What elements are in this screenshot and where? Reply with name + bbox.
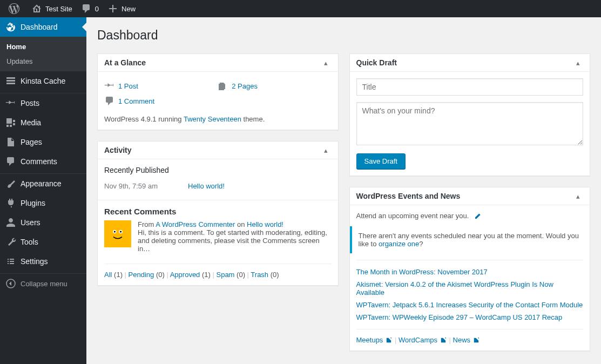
new-content-text: New	[121, 5, 136, 13]
comment-post-link[interactable]: Hello world!	[247, 220, 283, 228]
edit-icon[interactable]	[473, 212, 482, 221]
site-name-text: Test Site	[45, 5, 72, 13]
no-events-notice: There aren't any events scheduled near y…	[350, 226, 590, 253]
collapse-icon	[5, 278, 16, 289]
quick-draft-title: Quick Draft	[356, 58, 397, 67]
external-icon	[440, 336, 447, 344]
wordcamps-link[interactable]: WordCamps	[399, 336, 437, 344]
wrench-icon	[5, 237, 16, 247]
menu-dashboard[interactable]: Dashboard	[0, 17, 86, 37]
menu-users[interactable]: Users	[0, 213, 86, 232]
filter-spam[interactable]: Spam	[216, 271, 234, 279]
commenter-avatar	[104, 220, 131, 247]
comment-meta: From A WordPress Commenter on Hello worl…	[138, 220, 332, 228]
pages-icon	[5, 137, 16, 147]
svg-point-5	[120, 231, 121, 232]
glance-comments-link[interactable]: 1 Comment	[118, 97, 154, 105]
kinsta-icon	[5, 76, 16, 86]
events-title: WordPress Events and News	[356, 192, 461, 200]
user-icon	[5, 217, 16, 228]
at-a-glance-widget: At a Glance ▴ 1 Post 2 Pages	[97, 53, 339, 130]
external-icon	[472, 336, 480, 344]
recent-comments-heading: Recent Comments	[104, 207, 332, 216]
pin-icon	[104, 80, 115, 91]
menu-comments[interactable]: Comments	[0, 152, 86, 171]
brush-icon	[5, 178, 16, 189]
quick-draft-widget: Quick Draft ▴ Save Draft	[349, 53, 591, 176]
comment-author-link[interactable]: A WordPress Commenter	[156, 220, 235, 228]
plugin-icon	[5, 198, 16, 208]
organize-link[interactable]: organize one	[379, 240, 419, 248]
meetups-link[interactable]: Meetups	[356, 336, 383, 344]
menu-pages[interactable]: Pages	[0, 132, 86, 152]
activity-widget: Activity ▴ Recently Published Nov 9th, 7…	[97, 141, 339, 286]
glance-posts-link[interactable]: 1 Post	[118, 82, 138, 90]
pages-icon	[218, 80, 228, 91]
events-toggle[interactable]: ▴	[572, 192, 583, 200]
events-news-widget: WordPress Events and News ▴ Attend an up…	[349, 187, 591, 351]
dashboard-icon	[5, 22, 16, 32]
svg-point-4	[114, 231, 116, 232]
comment-icon	[104, 96, 115, 106]
site-name-link[interactable]: Test Site	[27, 0, 77, 17]
activity-title: Activity	[104, 146, 132, 154]
events-intro: Attend an upcoming event near you.	[356, 212, 584, 226]
published-post-link[interactable]: Hello world!	[188, 182, 225, 190]
menu-posts[interactable]: Posts	[0, 93, 86, 113]
filter-all[interactable]: All	[104, 271, 112, 279]
menu-kinsta-cache[interactable]: Kinsta Cache	[0, 71, 86, 91]
menu-settings[interactable]: Settings	[0, 252, 86, 271]
draft-content-textarea[interactable]	[356, 102, 584, 145]
external-icon	[385, 336, 393, 344]
pin-icon	[5, 98, 16, 109]
menu-tools[interactable]: Tools	[0, 232, 86, 252]
theme-link[interactable]: Twenty Seventeen	[184, 115, 241, 123]
news-footer-link[interactable]: News	[453, 336, 471, 344]
comments-count-text: 0	[95, 5, 99, 13]
menu-plugins[interactable]: Plugins	[0, 193, 86, 213]
settings-icon	[5, 256, 16, 267]
svg-point-1	[108, 224, 127, 243]
media-icon	[5, 117, 16, 128]
collapse-menu[interactable]: Collapse menu	[0, 274, 86, 293]
comments-link[interactable]: 0	[77, 0, 103, 17]
glance-pages-link[interactable]: 2 Pages	[232, 82, 258, 90]
recently-published-heading: Recently Published	[104, 166, 332, 174]
comment-filters: All (1) | Pending (0) | Approved (1) | S…	[104, 264, 332, 279]
submenu-home[interactable]: Home	[0, 39, 86, 54]
glance-toggle[interactable]: ▴	[321, 59, 332, 67]
filter-trash[interactable]: Trash	[251, 271, 268, 279]
filter-pending[interactable]: Pending	[129, 271, 154, 279]
quickdraft-toggle[interactable]: ▴	[572, 59, 583, 67]
draft-title-input[interactable]	[356, 78, 584, 96]
page-title: Dashboard	[97, 28, 590, 43]
news-link[interactable]: Akismet: Version 4.0.2 of the Akismet Wo…	[356, 280, 553, 296]
wp-version-info: WordPress 4.9.1 running Twenty Seventeen…	[104, 109, 332, 123]
comments-icon	[5, 156, 16, 167]
news-link[interactable]: WPTavern: WPWeekly Episode 297 – WordCam…	[356, 313, 563, 321]
news-link[interactable]: WPTavern: Jetpack 5.6.1 Increases Securi…	[356, 301, 583, 309]
comment-excerpt: Hi, this is a comment. To get started wi…	[138, 228, 332, 253]
published-time: Nov 9th, 7:59 am	[104, 182, 188, 190]
wp-logo[interactable]	[4, 0, 27, 17]
glance-title: At a Glance	[104, 58, 146, 67]
menu-appearance[interactable]: Appearance	[0, 174, 86, 193]
admin-sidebar: Dashboard Home Updates Kinsta Cache Post…	[0, 17, 86, 364]
menu-media[interactable]: Media	[0, 113, 86, 132]
filter-approved[interactable]: Approved	[170, 271, 200, 279]
activity-toggle[interactable]: ▴	[321, 146, 332, 154]
new-content-link[interactable]: New	[103, 0, 140, 17]
submenu-updates[interactable]: Updates	[0, 54, 86, 69]
save-draft-button[interactable]: Save Draft	[356, 153, 406, 169]
news-link[interactable]: The Month in WordPress: November 2017	[356, 268, 488, 276]
